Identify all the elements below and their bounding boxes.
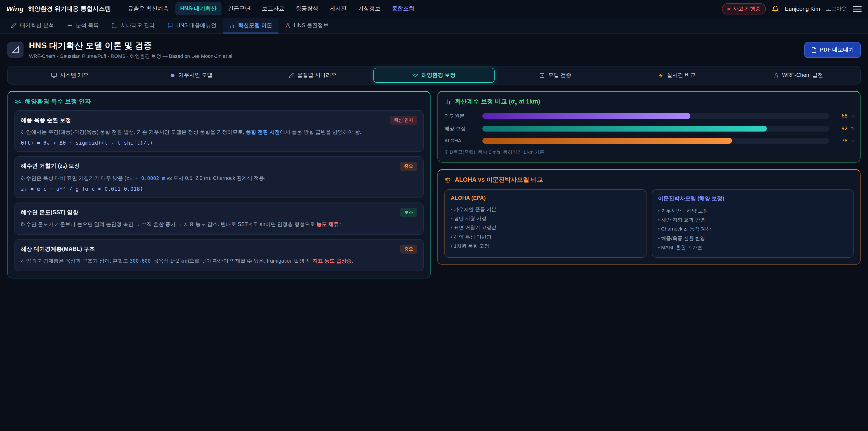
pdf-export-label: PDF 내보내기 xyxy=(820,46,854,54)
logout-button[interactable]: 로그아웃 xyxy=(826,5,847,12)
bar-value: 92 m xyxy=(834,125,854,131)
tab-realtime-comparison[interactable]: 실시간 비교 xyxy=(616,68,738,83)
desc-text: . xyxy=(352,258,353,264)
chart-footnote: ※ D등급(중립), 풍속 5 m/s, 풍하거리 1 km 기준 xyxy=(444,149,854,155)
subtab-label: 시나리오 관리 xyxy=(121,22,155,29)
aloha-model-card: ALOHA (EPA) 가우시안 플룸 기본 평탄 지형 가정 표면 거칠기 고… xyxy=(444,189,646,258)
hamburger-menu-icon[interactable] xyxy=(852,4,862,13)
user-name: Eunjeong Kim xyxy=(785,6,820,12)
desc-highlight: 300~800 m xyxy=(130,258,157,264)
incident-status-label: 사고 진행중 xyxy=(733,5,761,12)
card-title: 해풍·육풍 순환 보정 xyxy=(21,116,71,124)
tab-substance-scenarios[interactable]: 물질별 시나리오 xyxy=(252,68,373,83)
nav-item-integrated-search[interactable]: 통합조회 xyxy=(387,2,419,16)
module-tab-bar: 대기확산 분석 분석 목록 시나리오 관리 HNS 대응매뉴얼 확산모델 이론 … xyxy=(0,18,868,34)
card-description: 해수면은 육상 대비 표면 거칠기가 매우 낮음 (z₀ ≈ 0.0002 m … xyxy=(21,174,417,183)
nav-item-oil-diffusion[interactable]: 유출유 확산예측 xyxy=(123,2,174,16)
section-tab-label: 시스템 개요 xyxy=(60,71,89,79)
page-subtitle: WRF-Chem · Gaussian Plume/Puff · ROMS · … xyxy=(29,53,234,60)
desc-highlight: 지표 농도 급상승 xyxy=(312,258,352,264)
pencil-icon xyxy=(289,72,294,78)
lightning-bolt-icon xyxy=(658,72,664,78)
subtab-label: 확산모델 이론 xyxy=(238,22,272,29)
tab-model-validation[interactable]: 모델 검증 xyxy=(495,68,616,83)
nav-item-weather-info[interactable]: 기상정보 xyxy=(353,2,385,16)
nav-item-board[interactable]: 게시판 xyxy=(324,2,351,16)
subtab-hns-substance-info[interactable]: HNS 물질정보 xyxy=(278,18,335,33)
nav-item-aerial-search[interactable]: 항공탐색 xyxy=(291,2,323,16)
subtab-air-diffusion-analysis[interactable]: 대기확산 분석 xyxy=(4,18,60,33)
subtab-hns-response-manual[interactable]: HNS 대응매뉴얼 xyxy=(161,18,223,33)
ruler-icon xyxy=(7,41,24,58)
model-card-title: 이문진박사모델 (해양 보정) xyxy=(658,194,847,202)
model-feature-item: 표면 거칠기 고정값 xyxy=(451,223,640,232)
page-header: HNS 대기확산 모델 이론 및 검증 WRF-Chem · Gaussian … xyxy=(0,34,868,65)
importance-badge: 보조 xyxy=(400,208,417,217)
subtab-label: 대기확산 분석 xyxy=(20,22,54,29)
correction-card-mabl: 해상 대기경계층(MABL) 구조 중요 해양 대기경계층은 육상과 구조가 상… xyxy=(14,239,424,271)
card-title: 해수면 거칠기 (z₀) 보정 xyxy=(21,162,80,170)
app-logo[interactable]: Wing xyxy=(6,5,24,13)
tab-gaussian-model[interactable]: 가우시안 모델 xyxy=(130,68,252,83)
comparison-bar-chart: P-G 원본 68 m 해양 보정 92 m ALOHA 78 m xyxy=(444,112,854,144)
correction-card-sea-land-breeze: 해풍·육풍 순환 보정 핵심 인자 해안에서는 주간(해풍)·야간(육풍) 풍향… xyxy=(14,110,424,152)
formula: θ(t) = θ₀ + Δθ · sigmoid((t - t_shift)/τ… xyxy=(21,140,417,146)
marine-correction-panel-title: 해양환경 특수 보정 인자 xyxy=(14,98,424,106)
correction-card-sst: 해수면 온도(SST) 영향 보조 해수면 온도가 기온보다 높으면 열적 불안… xyxy=(14,203,424,235)
model-comparison-panel-title: ALOHA vs 이문진박사모델 비교 xyxy=(444,176,854,184)
nav-item-emergency-rescue[interactable]: 긴급구난 xyxy=(223,2,255,16)
card-title: 해수면 온도(SST) 영향 xyxy=(21,209,78,216)
wave-icon xyxy=(14,98,21,105)
flask-icon xyxy=(285,22,291,28)
model-comparison-grid: ALOHA (EPA) 가우시안 플룸 기본 평탄 지형 가정 표면 거칠기 고… xyxy=(444,189,854,258)
desc-text: 에서 플룸 방향 급변을 반영해야 함. xyxy=(280,129,361,135)
panel-title-text: ALOHA vs 이문진박사모델 비교 xyxy=(455,176,543,184)
nav-item-hns-air-diffusion[interactable]: HNS·대기확산 xyxy=(175,2,221,16)
bar-fill xyxy=(483,137,732,144)
desc-highlight: 풍향 전환 시점 xyxy=(246,129,280,135)
subtab-diffusion-model-theory[interactable]: 확산모델 이론 xyxy=(223,18,278,33)
bar-fill xyxy=(483,113,690,119)
pdf-export-button[interactable]: PDF 내보내기 xyxy=(804,42,861,58)
tab-system-overview[interactable]: 시스템 개요 xyxy=(9,68,130,83)
card-description: 해안에서는 주간(해풍)·야간(육풍) 풍향 전환 발생. 기존 가우시안 모델… xyxy=(21,128,417,136)
bar-label: ALOHA xyxy=(444,138,478,143)
tab-marine-correction[interactable]: 해양환경 보정 xyxy=(373,68,495,83)
circle-icon xyxy=(170,72,175,78)
model-comparison-panel: ALOHA vs 이문진박사모델 비교 ALOHA (EPA) 가우시안 플룸 … xyxy=(437,169,861,265)
desc-text: 해수면 온도가 기온보다 높으면 열적 불안정 촉진 → 수직 혼합 증가 → … xyxy=(21,221,316,227)
bar-row-pg-original: P-G 원본 68 m xyxy=(444,112,854,119)
scale-icon xyxy=(444,176,451,183)
marine-correction-panel: 해양환경 특수 보정 인자 해풍·육풍 순환 보정 핵심 인자 해안에서는 주간… xyxy=(7,91,431,278)
model-feature-item: 가우시안 + 해양 보정 xyxy=(658,206,847,215)
bar-label: 해양 보정 xyxy=(444,125,478,132)
desc-text: 해안에서는 주간(해풍)·야간(육풍) 풍향 전환 발생. 기존 가우시안 모델… xyxy=(21,129,246,135)
page-title: HNS 대기확산 모델 이론 및 검증 xyxy=(29,40,234,51)
subtab-scenario-management[interactable]: 시나리오 관리 xyxy=(105,18,161,33)
model-feature-list: 가우시안 플룸 기본 평탄 지형 가정 표면 거칠기 고정값 해양 특성 미반영… xyxy=(451,205,640,250)
model-feature-item: 해양 특성 미반영 xyxy=(451,232,640,241)
alert-dot-icon xyxy=(727,7,730,10)
folder-icon xyxy=(112,22,117,28)
top-navigation: Wing 해양환경 위기대응 통합시스템 유출유 확산예측 HNS·대기확산 긴… xyxy=(0,0,868,18)
subtab-analysis-list[interactable]: 분석 목록 xyxy=(60,18,105,33)
main-content: 해양환경 특수 보정 인자 해풍·육풍 순환 보정 핵심 인자 해안에서는 주간… xyxy=(0,85,868,285)
notification-bell-icon[interactable] xyxy=(772,5,779,12)
incident-status-badge[interactable]: 사고 진행중 xyxy=(722,3,766,14)
panel-title-text: 해양환경 특수 보정 인자 xyxy=(25,98,91,106)
panel-title-text: 확산계수 보정 비교 (σy at 1km) xyxy=(455,98,540,106)
bar-row-aloha: ALOHA 78 m xyxy=(444,137,854,144)
document-icon xyxy=(811,47,817,53)
model-feature-list: 가우시안 + 해양 보정 해안 지형 효과 반영 Charnock z₀ 동적 … xyxy=(658,206,847,252)
app-title: 해양환경 위기대응 통합시스템 xyxy=(28,5,111,13)
card-description: 해수면 온도가 기온보다 높으면 열적 불안정 촉진 → 수직 혼합 증가 → … xyxy=(21,220,417,229)
bar-value: 78 m xyxy=(834,137,854,144)
bar-fill xyxy=(483,125,767,131)
tab-wrf-chem-evolution[interactable]: WRF-Chem 발전 xyxy=(738,68,859,83)
nav-item-reports[interactable]: 보고자료 xyxy=(257,2,289,16)
bar-track xyxy=(483,125,829,131)
importance-badge: 중요 xyxy=(400,245,417,254)
desc-text: 해수면은 육상 대비 표면 거칠기가 매우 낮음 ( xyxy=(21,175,126,181)
check-square-icon xyxy=(539,72,545,78)
desc-text: vs 도시 0.5~2.0 m). Charnock 관계식 적용: xyxy=(165,175,266,181)
